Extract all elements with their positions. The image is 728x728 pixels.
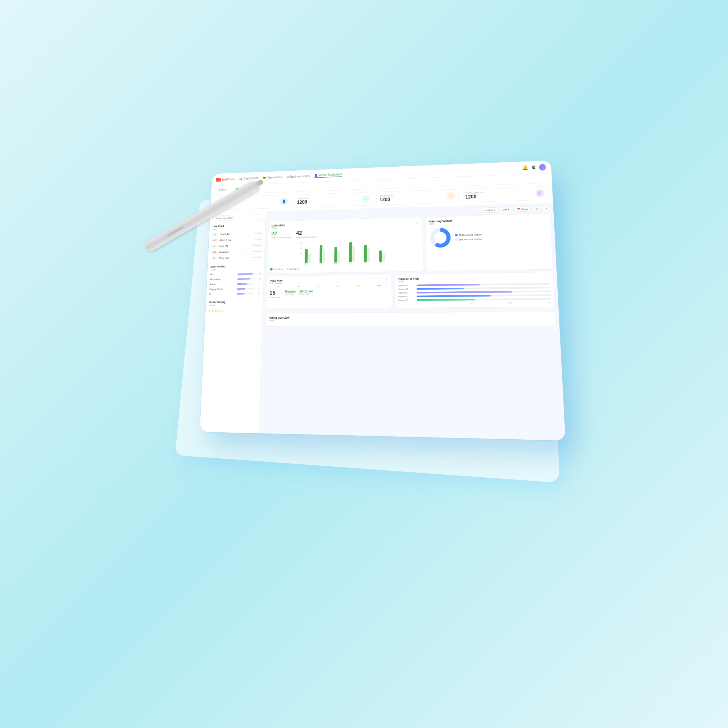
user-avatar[interactable]	[539, 164, 546, 170]
stat-yetcheckout-value: 1200	[465, 194, 485, 199]
purpose-x-labels: 0 25 50 100 125	[398, 302, 551, 305]
legend-last-week: Last Week	[286, 268, 299, 270]
chevron-down-icon: ▾	[494, 209, 495, 211]
avg-last-week-label: Visits on avg last week	[296, 236, 317, 238]
peak-title: Peak Hour	[270, 279, 283, 282]
feed-badge-3: OUT	[211, 251, 217, 254]
svg-text:40: 40	[300, 247, 303, 249]
svg-rect-11	[364, 245, 367, 262]
nav-right: 🔔 ⚙	[522, 164, 546, 171]
dept-it: IT 32	[206, 291, 263, 297]
svg-text:Wed: Wed	[333, 262, 338, 265]
peak-day-sat: Sat	[349, 285, 368, 287]
search-box	[210, 211, 266, 223]
filter-view-m[interactable]: M	[532, 206, 541, 211]
stat-checkedin-icon: ✓	[361, 194, 370, 203]
logo-icon	[216, 177, 222, 181]
purpose-d: Purpose D	[398, 294, 551, 298]
left-panel: Live Feed → Today IN Robert Lu Just Now …	[200, 211, 266, 433]
svg-text:Thu: Thu	[349, 262, 352, 264]
svg-rect-5	[320, 245, 323, 263]
svg-rect-3	[305, 249, 307, 263]
svg-rect-8	[337, 251, 340, 263]
purpose-e: Purpose E	[398, 298, 551, 301]
feed-name-3: Zilga Abra	[219, 250, 250, 253]
peak-day-val: Monday	[285, 290, 296, 293]
rating-overview-sub: Today	[269, 319, 289, 321]
logo: NeOffice	[216, 177, 235, 182]
tab-lobby[interactable]: Lobby	[216, 187, 230, 193]
peak-day-label: Peak Day	[284, 293, 296, 295]
feed-name-2: Luna PR	[219, 244, 250, 247]
nav-admin-dashboard[interactable]: 👤 Admin Dashboard	[314, 173, 342, 178]
filter-location[interactable]: Location ▾	[480, 207, 498, 213]
stat-checkedout: Checked Out 1200 ↩	[376, 189, 459, 205]
filter-view-y[interactable]: Y	[542, 206, 550, 211]
purpose-menu[interactable]: ⋮	[546, 275, 550, 280]
svg-rect-12	[367, 248, 370, 262]
star-3: ★	[214, 309, 217, 312]
feed-item-4: IN Ether Mob 4 MIN AGO	[208, 254, 265, 262]
feed-time-1: Just Now	[254, 238, 262, 240]
purpose-b: Purpose B	[398, 286, 551, 290]
chevron-down-icon-2: ▾	[508, 208, 509, 211]
nav-dashboards[interactable]: 📊 Dashboards	[239, 176, 258, 181]
rating-overview-title: Rating Overview	[269, 316, 289, 319]
visitor-rating-menu[interactable]: ⋮	[257, 300, 260, 303]
peak-day-fri: Fri	[329, 285, 348, 287]
returning-sub: Today	[429, 222, 453, 225]
avg-this-week-num: 22	[271, 230, 292, 237]
svg-rect-6	[322, 249, 325, 263]
feed-name-0: Robert Lu	[220, 232, 252, 235]
purpose-title: Purpose of Visit	[398, 277, 419, 281]
peak-day-mon[interactable]: Mon	[369, 284, 388, 287]
search-input[interactable]	[212, 214, 263, 221]
rating-overview-menu[interactable]: ⋮	[548, 315, 552, 320]
purpose-card: Purpose of Visit Today ⋮ Purpose A Purpo…	[394, 272, 555, 308]
stat-checkedin: Checked In 1200 ✓	[294, 192, 373, 208]
rating-overview-card: Rating Overview Today ⋮	[265, 312, 556, 327]
svg-rect-10	[352, 246, 355, 262]
chart-legend: This Week Last Week	[270, 266, 420, 271]
avg-this-week-label: Visits on avg this week	[271, 236, 291, 239]
feed-badge-2: IN	[211, 245, 217, 248]
filter-site[interactable]: Site ▾	[500, 207, 512, 213]
stat-checkedout-icon: ↩	[447, 192, 456, 200]
filter-today[interactable]: 📅 Today	[514, 206, 531, 212]
bell-icon[interactable]: 🔔	[522, 165, 528, 171]
feed-badge-4: IN	[211, 257, 217, 260]
live-feed-arrow[interactable]: →	[260, 224, 263, 227]
daily-bar-chart: 60 40 20	[270, 238, 420, 266]
svg-rect-9	[349, 242, 352, 263]
peak-stats: 15 Peak Visitors Monday Peak Day 10–11 a…	[269, 289, 388, 298]
legend-onetime: 30 One-Time Visitors	[455, 238, 482, 241]
returning-title: Returning Visitors	[428, 219, 452, 223]
daily-visits-menu[interactable]: ⋯	[416, 220, 419, 225]
daily-visits-title: Daily Visits	[271, 224, 285, 227]
stat-checkedout-label: Checked Out	[379, 194, 393, 197]
purpose-c: Purpose C	[398, 290, 551, 294]
most-visited-menu[interactable]: ⋮	[258, 265, 262, 268]
calendar-icon: 📅	[517, 208, 520, 211]
rating-stars-section: ★ ★ ★ ★ ★	[205, 307, 263, 314]
svg-text:60: 60	[300, 242, 303, 244]
nav-transaction[interactable]: 💳 Transaction	[263, 175, 282, 180]
peak-hour-label: Peak Hour	[299, 293, 313, 295]
legend-recurring: 60 Recurring Visitors	[455, 233, 482, 237]
nav-business-rules[interactable]: ⚙ Business Rules	[286, 174, 310, 179]
peak-day-tue: Tue	[270, 286, 288, 288]
returning-menu[interactable]: ⋮	[543, 217, 547, 221]
svg-rect-14	[382, 253, 385, 262]
gear-icon[interactable]: ⚙	[531, 165, 536, 170]
stat-today-icon: 👤	[280, 197, 288, 206]
bottom-row: Peak Hour Current Week ⋮ Tue Wed Thu Fri…	[266, 272, 555, 309]
feed-time-0: Just Now	[254, 232, 262, 234]
peak-menu[interactable]: ⋮	[385, 278, 388, 282]
dept-supply: Supply Chain 32	[206, 286, 263, 292]
peak-visitors-num: 15	[269, 290, 281, 297]
svg-text:Tue: Tue	[319, 262, 323, 265]
purpose-sub: Today	[398, 280, 419, 283]
main-content: Location ▾ Site ▾ 📅 Today M Y	[259, 203, 565, 440]
peak-day-thu: Thu	[309, 285, 327, 288]
star-2: ★	[211, 309, 214, 312]
